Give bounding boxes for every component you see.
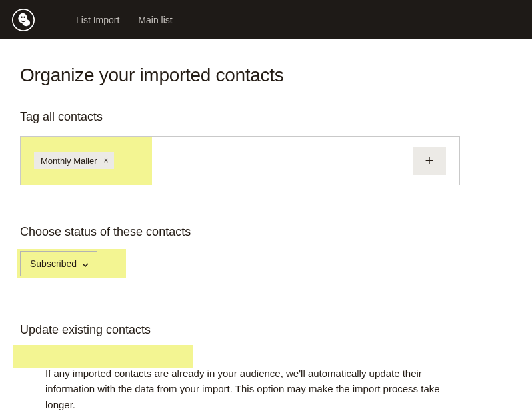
tags-heading: Tag all contacts	[20, 110, 460, 124]
add-tag-button[interactable]: +	[413, 147, 446, 175]
chevron-down-icon	[82, 258, 89, 269]
top-bar: List Import Main list	[0, 0, 532, 39]
status-selected-value: Subscribed	[30, 258, 77, 269]
nav-main-list[interactable]: Main list	[138, 15, 172, 25]
svg-point-2	[22, 19, 30, 26]
nav-list-import[interactable]: List Import	[76, 15, 119, 25]
tag-chip[interactable]: Monthly Mailer ×	[34, 152, 114, 169]
mailchimp-logo-icon	[12, 9, 35, 31]
svg-point-4	[23, 16, 25, 18]
checkbox-description: If any imported contacts are already in …	[45, 366, 460, 412]
page-title: Organize your imported contacts	[20, 65, 460, 86]
plus-icon: +	[425, 152, 434, 169]
status-dropdown[interactable]: Subscribed	[20, 251, 97, 276]
main-content: Organize your imported contacts Tag all …	[0, 39, 480, 415]
tag-input-container[interactable]: Monthly Mailer × +	[20, 136, 460, 185]
tag-remove-icon[interactable]: ×	[104, 157, 109, 165]
tag-chip-label: Monthly Mailer	[41, 156, 97, 166]
highlight-region	[13, 345, 193, 368]
update-heading: Update existing contacts	[20, 323, 460, 337]
svg-point-3	[21, 16, 23, 18]
breadcrumb: List Import Main list	[76, 15, 173, 25]
status-heading: Choose status of these contacts	[20, 225, 460, 239]
